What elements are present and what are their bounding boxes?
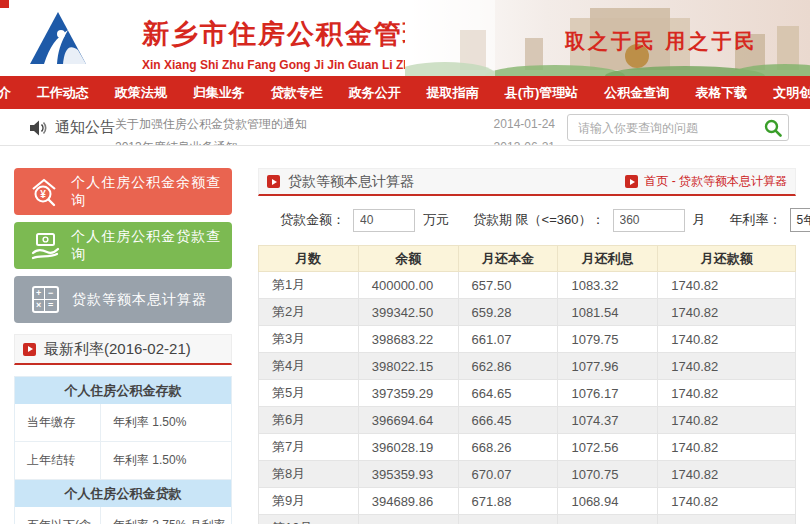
col-header-payment: 月还款额 [658, 246, 796, 272]
cell-balance: 398022.15 [358, 353, 458, 380]
cell-month: 第9月 [259, 488, 359, 515]
cell-interest: 1083.32 [558, 272, 658, 299]
banner-slogan: 取之于民 用之于民 [565, 28, 758, 55]
cell-balance: 394017.98 [358, 515, 458, 524]
rates-section-loan: 个人住房公积金贷款 [15, 480, 231, 507]
latest-rates-title: 最新利率(2016-02-21) [44, 340, 191, 359]
rate-row: 上年结转 年利率 1.50% [15, 442, 231, 480]
cell-principal: 668.26 [458, 434, 558, 461]
cell-month: 第10月 [259, 515, 359, 524]
cell-principal: 670.07 [458, 461, 558, 488]
cell-payment: 1740.82 [658, 326, 796, 353]
nav-item-civilization[interactable]: 文明创建 [760, 84, 810, 102]
rate-row: 五年以下(含五年) 年利率 2.75% 月利率 2.2917‰ [15, 507, 231, 524]
speaker-icon [30, 120, 48, 136]
balance-query-label: 个人住房公积金余额查询 [71, 174, 232, 210]
notice-item-title[interactable]: 2013年度结息业务通知 [115, 136, 238, 145]
nav-item-loan[interactable]: 贷款专栏 [258, 84, 336, 102]
rate-select-value: 5年以上 [797, 212, 810, 229]
rate-row-value: 年利率 1.50% [101, 442, 231, 479]
breadcrumb-text[interactable]: 首页 - 贷款等额本息计算器 [644, 173, 787, 190]
notice-item-date: 2013-06-21 [494, 136, 555, 145]
rate-select[interactable]: 5年以上 ▼ [790, 208, 810, 232]
cell-interest: 1067.12 [558, 515, 658, 524]
cell-payment: 1740.82 [658, 407, 796, 434]
latest-rates-header: 最新利率(2016-02-21) [14, 334, 232, 365]
rate-row: 当年缴存 年利率 1.50% [15, 404, 231, 442]
loan-query-button[interactable]: 个人住房公积金贷款查询 [14, 222, 232, 269]
notice-label: 通知公告 [55, 118, 115, 137]
calculator-icon: + − × = [28, 286, 62, 313]
cell-month: 第3月 [259, 326, 359, 353]
table-row: 第1月 400000.00 657.50 1083.32 1740.82 [259, 272, 796, 299]
term-input[interactable] [613, 209, 685, 232]
calc-plus: + [34, 288, 46, 300]
nav-item-policy[interactable]: 政策法规 [102, 84, 180, 102]
nav-item-collection[interactable]: 归集业务 [180, 84, 258, 102]
rate-row-value: 年利率 1.50% [101, 404, 231, 441]
search-icon[interactable] [764, 119, 782, 137]
nav-item-withdraw-guide[interactable]: 提取指南 [414, 84, 492, 102]
term-label: 贷款期 限（<=360）： [473, 211, 605, 229]
site-header: 新乡市住房公积金管理中心 Xin Xiang Shi Zhu Fang Gong… [0, 0, 810, 76]
table-row: 第2月 399342.50 659.28 1081.54 1740.82 [259, 299, 796, 326]
cell-payment: 1740.82 [658, 515, 796, 524]
main-content: 贷款等额本息计算器 首页 - 贷款等额本息计算器 贷款金额： 万元 贷款期 限（… [258, 168, 796, 524]
cell-balance: 395359.93 [358, 461, 458, 488]
cell-interest: 1072.56 [558, 434, 658, 461]
calculator-form: 贷款金额： 万元 贷款期 限（<=360）： 月 年利率： 5年以上 ▼ 计算 [258, 206, 796, 234]
notice-item[interactable]: 关于加强住房公积金贷款管理的通知 2014-01-24 [115, 113, 555, 136]
svg-text:¥: ¥ [40, 189, 46, 200]
cell-interest: 1070.75 [558, 461, 658, 488]
main-nav: 首页 中心简介 工作动态 政策法规 归集业务 贷款专栏 政务公开 提取指南 县(… [0, 76, 810, 109]
amount-input[interactable] [353, 209, 415, 232]
nav-item-about[interactable]: 中心简介 [0, 84, 24, 102]
notice-item[interactable]: 2013年度结息业务通知 2013-06-21 [115, 136, 555, 145]
nav-item-gov-info[interactable]: 政务公开 [336, 84, 414, 102]
table-row: 第4月 398022.15 662.86 1077.96 1740.82 [259, 353, 796, 380]
play-icon [625, 175, 638, 188]
breadcrumb: 首页 - 贷款等额本息计算器 [617, 173, 787, 190]
cell-interest: 1068.94 [558, 488, 658, 515]
notice-list: 关于加强住房公积金贷款管理的通知 2014-01-24 2013年度结息业务通知… [115, 113, 555, 145]
cell-principal: 661.07 [458, 326, 558, 353]
cell-interest: 1081.54 [558, 299, 658, 326]
notice-bar: 通知公告 关于加强住房公积金贷款管理的通知 2014-01-24 2013年度结… [0, 109, 810, 146]
cell-month: 第4月 [259, 353, 359, 380]
col-header-balance: 余额 [358, 246, 458, 272]
amount-unit: 万元 [423, 211, 449, 229]
main-titlebar: 贷款等额本息计算器 首页 - 贷款等额本息计算器 [258, 168, 796, 196]
cell-month: 第5月 [259, 380, 359, 407]
cell-interest: 1076.17 [558, 380, 658, 407]
col-header-principal: 月还本金 [458, 246, 558, 272]
sidebar: ¥ 个人住房公积金余额查询 个人住房公积金贷款查询 + − [14, 168, 232, 330]
loan-calculator-button[interactable]: + − × = 贷款等额本息计算器 [14, 276, 232, 323]
cell-payment: 1740.82 [658, 488, 796, 515]
cell-balance: 398683.22 [358, 326, 458, 353]
cell-balance: 400000.00 [358, 272, 458, 299]
col-header-interest: 月还利息 [558, 246, 658, 272]
nav-item-fund-query[interactable]: 公积金查询 [591, 84, 682, 102]
cell-payment: 1740.82 [658, 461, 796, 488]
table-row: 第3月 398683.22 661.07 1079.75 1740.82 [259, 326, 796, 353]
cell-principal: 671.88 [458, 488, 558, 515]
cell-balance: 394689.86 [358, 488, 458, 515]
calc-equals: = [45, 300, 57, 312]
table-row: 第8月 395359.93 670.07 1070.75 1740.82 [259, 461, 796, 488]
rate-row-value: 年利率 2.75% 月利率 2.2917‰ [101, 507, 231, 524]
nav-item-forms-download[interactable]: 表格下载 [682, 84, 760, 102]
cell-balance: 399342.50 [358, 299, 458, 326]
cell-interest: 1074.37 [558, 407, 658, 434]
cell-balance: 397359.29 [358, 380, 458, 407]
notice-item-title[interactable]: 关于加强住房公积金贷款管理的通知 [115, 113, 307, 136]
cell-principal: 662.86 [458, 353, 558, 380]
cell-payment: 1740.82 [658, 272, 796, 299]
cell-principal: 664.65 [458, 380, 558, 407]
search-input[interactable] [568, 115, 758, 140]
balance-query-button[interactable]: ¥ 个人住房公积金余额查询 [14, 168, 232, 215]
header-banner: 取之于民 用之于民 [405, 0, 810, 76]
cell-balance: 396694.64 [358, 407, 458, 434]
cell-month: 第8月 [259, 461, 359, 488]
nav-item-news[interactable]: 工作动态 [24, 84, 102, 102]
nav-item-county-stations[interactable]: 县(市)管理站 [492, 84, 592, 102]
